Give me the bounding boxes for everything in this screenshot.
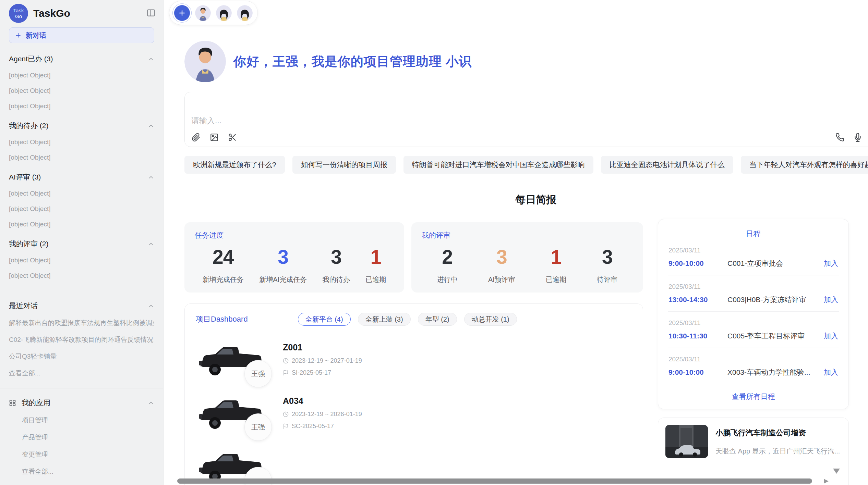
avatar[interactable] <box>216 5 232 21</box>
project-row[interactable]: 王强 A034 2023-12-19 ~ 2026-01-19 <box>196 393 632 433</box>
scroll-down-arrow-icon[interactable] <box>833 469 840 474</box>
suggestion-chip[interactable]: 当下年轻人对汽车外观有怎样的喜好趋势 <box>741 156 868 174</box>
sidebar-collapse-icon[interactable] <box>146 8 156 17</box>
news-title: 小鹏飞行汽车制造公司增资 <box>715 428 841 438</box>
main-area: 王强 你好，王强，我是你的项目管理助理 小识 请输入... 欧洲新规最近颁布了什… <box>164 0 868 485</box>
sidebar-item[interactable]: [object Object] <box>9 205 154 213</box>
recent-chats-header[interactable]: 最近对话 <box>9 301 154 311</box>
milestone <box>417 399 438 424</box>
avatar[interactable] <box>195 5 211 21</box>
avatar[interactable] <box>237 5 253 21</box>
app-item[interactable]: 变更管理 <box>9 450 154 459</box>
chevron-up-icon <box>148 241 154 247</box>
schedule-name: C001-立项审批会 <box>727 259 820 268</box>
sidebar-item[interactable]: [object Object] <box>9 221 154 228</box>
milestone-label <box>503 346 525 357</box>
news-card[interactable]: 小鹏飞行汽车制造公司增资 天眼查 App 显示，近日广州汇天飞行汽... <box>658 418 849 485</box>
chat-input-box[interactable]: 请输入... <box>184 92 868 147</box>
schedule-item: 2025/03/11 10:30-11:30 C005-整车工程目标评审 加入 <box>668 312 839 348</box>
my-review-title: 我的评审 <box>422 231 633 240</box>
milestone-label <box>525 399 546 411</box>
sidebar-group-header[interactable]: 我的评审 (2) <box>9 239 154 249</box>
sidebar-group-header[interactable]: Agent已办 (3) <box>9 54 154 64</box>
suggestion-chip[interactable]: 欧洲新规最近颁布了什么? <box>184 156 285 174</box>
new-chat-button[interactable]: 新对话 <box>9 27 154 43</box>
milestone-label <box>396 399 417 411</box>
plus-icon <box>15 32 22 39</box>
milestone-label <box>503 399 525 411</box>
milestone-label <box>589 399 611 411</box>
paperclip-icon[interactable] <box>192 133 201 142</box>
sidebar-group-header[interactable]: 我的待办 (2) <box>9 121 154 130</box>
milestone-node <box>510 360 517 369</box>
milestone-timeline <box>362 346 632 371</box>
suggestion-chip[interactable]: 比亚迪全固态电池计划具体说了什么 <box>601 156 733 174</box>
suggestion-chip[interactable]: 特朗普可能对进口汽车增税会对中国车企造成哪些影响 <box>403 156 593 174</box>
schedule-name: C003|H0B-方案冻结评审 <box>727 295 820 304</box>
schedule-item: 2025/03/11 9:00-10:00 C001-立项审批会 加入 <box>668 239 839 275</box>
dashboard-title: 项目Dashboard <box>196 314 248 324</box>
project-code: Z001 <box>283 343 362 352</box>
milestone <box>417 346 438 371</box>
milestone-node <box>446 360 453 369</box>
divider <box>0 388 163 388</box>
scroll-right-arrow-icon[interactable] <box>824 479 829 484</box>
flag-icon <box>283 370 289 376</box>
sidebar-item[interactable]: [object Object] <box>9 138 154 146</box>
recent-chat-item[interactable]: C02-飞腾新能源轻客改款项目的闭环通告反馈情况 <box>9 335 154 344</box>
app-title: TaskGo <box>33 8 70 19</box>
recent-chats-title: 最近对话 <box>9 301 38 311</box>
milestone-label <box>374 346 396 357</box>
join-link[interactable]: 加入 <box>824 259 838 268</box>
scissors-icon[interactable] <box>228 133 237 142</box>
dashboard-tab[interactable]: 全新平台 (4) <box>298 313 351 326</box>
project-row[interactable]: 王强 Z001 2023-12-19 ~ 2027-01-19 <box>196 339 632 379</box>
app-item[interactable]: 产品管理 <box>9 433 154 442</box>
sidebar-item[interactable]: [object Object] <box>9 154 154 161</box>
milestone <box>460 399 482 424</box>
my-apps-header[interactable]: 我的应用 <box>9 398 154 408</box>
sidebar-item[interactable]: [object Object] <box>9 257 154 264</box>
milestone-node <box>381 413 388 423</box>
recent-chat-item[interactable]: 公司Q3轻卡销量 <box>9 352 154 361</box>
milestone-label <box>610 346 632 357</box>
sidebar-item[interactable]: [object Object] <box>9 190 154 197</box>
sidebar-item[interactable]: [object Object] <box>9 87 154 95</box>
sidebar-item[interactable]: [object Object] <box>9 102 154 110</box>
my-review-card: 我的评审 2 进行中 3 AI预评审 <box>411 222 643 293</box>
milestone <box>567 346 589 371</box>
dashboard-tab[interactable]: 全新上装 (3) <box>358 313 411 326</box>
mic-icon[interactable] <box>853 133 862 142</box>
recent-chat-item[interactable]: 解释最新出台的欧盟报废车法规再生塑料比例被调至15%... <box>9 319 154 327</box>
add-session-button[interactable] <box>174 5 190 21</box>
dashboard-tab[interactable]: 年型 (2) <box>418 313 457 326</box>
sidebar-group-title: 我的待办 (2) <box>9 121 49 130</box>
image-icon[interactable] <box>210 133 219 142</box>
recent-chat-item[interactable]: 查看全部... <box>9 369 154 378</box>
milestone <box>546 399 567 424</box>
sidebar-group-title: AI评审 (3) <box>9 172 41 182</box>
join-link[interactable]: 加入 <box>824 331 838 341</box>
view-all-schedule-link[interactable]: 查看所有日程 <box>668 392 839 401</box>
stat-label: 新增AI完成任务 <box>259 275 307 284</box>
phone-icon[interactable] <box>835 133 844 142</box>
sidebar-group-header[interactable]: AI评审 (3) <box>9 172 154 182</box>
schedule-date: 2025/03/11 <box>668 283 838 290</box>
schedule-time: 9:00-10:00 <box>668 259 727 268</box>
join-link[interactable]: 加入 <box>824 295 838 304</box>
milestone-node <box>510 413 517 423</box>
app-item[interactable]: 项目管理 <box>9 416 154 425</box>
join-link[interactable]: 加入 <box>824 368 838 377</box>
dashboard-tab[interactable]: 动总开发 (1) <box>464 313 517 326</box>
stat-value: 3 <box>597 246 617 268</box>
sidebar-item[interactable]: [object Object] <box>9 72 154 79</box>
chat-input-placeholder: 请输入... <box>191 115 221 126</box>
sidebar-item[interactable]: [object Object] <box>9 272 154 279</box>
scrollbar-thumb[interactable] <box>177 478 812 484</box>
news-snippet: 天眼查 App 显示，近日广州汇天飞行汽... <box>715 446 841 456</box>
daily-brief-header: 每日简报 <box>184 193 868 207</box>
app-item[interactable]: 查看全部... <box>9 467 154 476</box>
suggestion-chip[interactable]: 如何写一份清晰的项目周报 <box>292 156 396 174</box>
apps-grid-icon <box>9 399 16 407</box>
sidebar-group-items: [object Object] [object Object] <box>9 257 154 279</box>
